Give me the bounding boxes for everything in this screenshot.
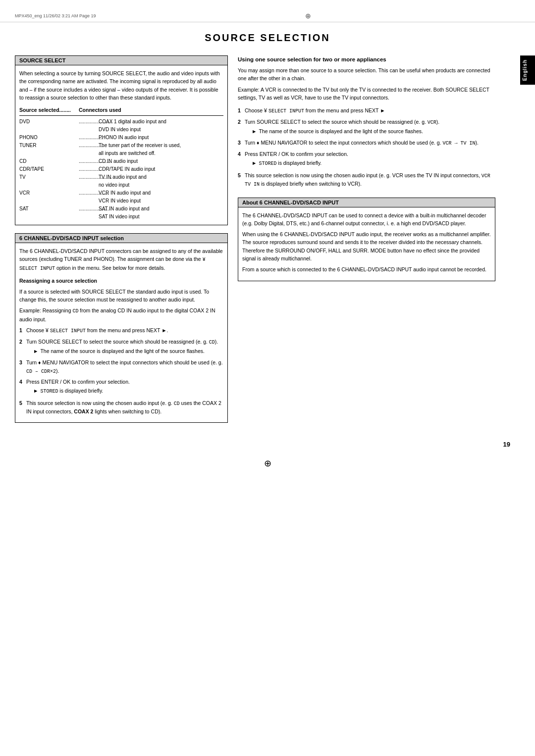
content-area: SOURCE SELECT When selecting a source by… (0, 55, 535, 431)
step-5: 5 This source selection is now using the… (19, 399, 223, 416)
page-number: 19 (0, 441, 535, 448)
table-row: SAT ........................ SAT IN audi… (19, 205, 223, 221)
using-section: Using one source selection for two or mo… (238, 55, 495, 189)
header-strip: MPX450_eng 11/26/02 3:21 AM Page 19 ⊕ (0, 10, 535, 22)
source-connector-vcr: VCR IN audio input andVCR IN video input (99, 189, 223, 205)
source-select-title: SOURCE SELECT (15, 56, 227, 65)
source-dots-tuner: .................. (79, 142, 99, 150)
right-step-4: 4 Press ENTER / OK to confirm your selec… (238, 150, 495, 169)
using-section-title: Using one source selection for two or mo… (238, 55, 495, 63)
right-column: Using one source selection for two or mo… (238, 55, 520, 431)
source-name-cdrtape: CDR/TAPE (19, 165, 79, 173)
source-name-tv: TV (19, 173, 79, 181)
source-connector-cdrtape: CDR/TAPE IN audio input (99, 165, 223, 173)
about-para2: When using the 6 CHANNEL-DVD/SACD INPUT … (242, 230, 491, 262)
table-row: CD ........................ CD IN audio … (19, 157, 223, 165)
source-name-sat: SAT (19, 205, 79, 213)
page-title-section: SOURCE SELECTION (0, 32, 535, 44)
source-dots-sat: ........................ (79, 205, 99, 213)
channel-box: 6 CHANNEL-DVD/SACD INPUT selection The 6… (15, 233, 228, 423)
source-table-header: Source selected........ Connectors used (19, 106, 223, 116)
about-para3: From a source which is connected to the … (242, 265, 491, 273)
example-cd-mono: CD (72, 308, 78, 314)
using-example: Example: A VCR is connected to the TV bu… (238, 86, 495, 102)
right-step-4-sub: ► STORED is displayed briefly. (252, 159, 495, 168)
col-header-source: Source selected........ (19, 106, 79, 114)
source-dots-vcr: ...................... (79, 189, 99, 197)
table-row: TV ........................ TV IN audio … (19, 173, 223, 189)
source-table: Source selected........ Connectors used … (19, 106, 223, 221)
header-crosshair: ⊕ (305, 12, 311, 20)
channel-box-content: The 6 CHANNEL-DVD/SACD INPUT connectors … (15, 243, 227, 422)
source-connector-dvd: COAX 1 digital audio input andDVD IN vid… (99, 118, 223, 134)
header-left: MPX450_eng 11/26/02 3:21 AM Page 19 (15, 13, 96, 18)
source-dots-cd: ........................ (79, 157, 99, 165)
reassigning-body1: If a source is selected with SOURCE SELE… (19, 288, 223, 304)
source-dots-dvd: ........................ (79, 118, 99, 126)
page-container: MPX450_eng 11/26/02 3:21 AM Page 19 ⊕ SO… (0, 0, 535, 756)
step-4: 4 Press ENTER / OK to confirm your selec… (19, 378, 223, 397)
source-dots-phono: .................. (79, 134, 99, 142)
source-select-box: SOURCE SELECT When selecting a source by… (15, 55, 228, 225)
source-dots-cdrtape: ................ (79, 165, 99, 173)
step-3: 3 Turn ♦ MENU NAVIGATOR to select the in… (19, 358, 223, 375)
step-1: 1 Choose ¥ SELECT INPUT from the menu an… (19, 326, 223, 335)
step-2-sub: ► The name of the source is displayed an… (33, 347, 223, 355)
channel-box-body: The 6 CHANNEL-DVD/SACD INPUT connectors … (19, 247, 223, 272)
source-connector-phono: PHONO IN audio input (99, 134, 223, 142)
source-connector-cd: CD IN audio input (99, 157, 223, 165)
source-name-tuner: TUNER (19, 142, 79, 150)
source-name-phono: PHONO (19, 134, 79, 142)
right-step-5: 5 This source selection is now using the… (238, 171, 495, 189)
right-step-2: 2 Turn SOURCE SELECT to select the sourc… (238, 118, 495, 137)
using-body1: You may assign more than one source to a… (238, 66, 495, 83)
source-connector-tv: TV IN audio input andno video input (99, 173, 223, 189)
step-2: 2 Turn SOURCE SELECT to select the sourc… (19, 338, 223, 356)
step-4-sub: ► STORED is displayed briefly. (33, 387, 223, 396)
about-box-title: About 6 CHANNEL-DVD/SACD INPUT (238, 198, 495, 207)
table-row: CDR/TAPE ................ CDR/TAPE IN au… (19, 165, 223, 173)
col-header-connector: Connectors used (79, 106, 223, 114)
source-name-dvd: DVD (19, 118, 79, 126)
table-row: DVD ........................ COAX 1 digi… (19, 118, 223, 134)
footer-area: ⊕ (0, 458, 535, 479)
source-select-intro: When selecting a source by turning SOURC… (19, 69, 223, 101)
source-select-content: When selecting a source by turning SOURC… (15, 65, 227, 225)
about-box-content: The 6 CHANNEL-DVD/SACD INPUT can be used… (238, 207, 495, 281)
right-step-2-sub: ► The name of the source is displayed an… (252, 127, 495, 135)
page-title: SOURCE SELECTION (0, 32, 535, 44)
source-connector-tuner: The tuner part of the receiver is used,a… (99, 142, 223, 157)
source-name-cd: CD (19, 157, 79, 165)
right-step-1: 1 Choose ¥ SELECT INPUT from the menu an… (238, 106, 495, 115)
source-dots-tv: ........................ (79, 173, 99, 181)
left-column: SOURCE SELECT When selecting a source by… (15, 55, 228, 431)
reassigning-header: Reassigning a source selection (19, 277, 223, 285)
channel-box-title: 6 CHANNEL-DVD/SACD INPUT selection (15, 234, 227, 243)
table-row: PHONO .................. PHONO IN audio … (19, 134, 223, 142)
footer-crosshair: ⊕ (264, 458, 271, 469)
source-name-vcr: VCR (19, 189, 79, 197)
lang-tab: English (520, 55, 535, 85)
source-connector-sat: SAT IN audio input andSAT IN video input (99, 205, 223, 221)
about-box: About 6 CHANNEL-DVD/SACD INPUT The 6 CHA… (238, 198, 495, 281)
right-step-3: 3 Turn ♦ MENU NAVIGATOR to select the in… (238, 139, 495, 148)
about-para1: The 6 CHANNEL-DVD/SACD INPUT can be used… (242, 211, 491, 228)
table-row: TUNER .................. The tuner part … (19, 142, 223, 157)
reassigning-example: Example: Reassigning CD from the analog … (19, 306, 223, 323)
table-row: VCR ...................... VCR IN audio … (19, 189, 223, 205)
